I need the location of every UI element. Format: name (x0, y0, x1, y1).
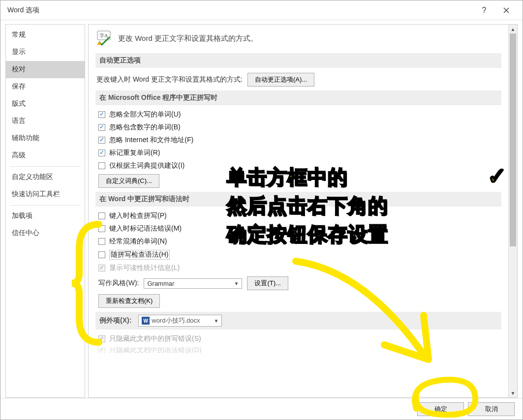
opt-hide-grammar-in-doc: 只隐藏此文档中的语法错误(D) (98, 347, 501, 353)
word-options-window: Word 选项 ? 常规 显示 校对 保存 版式 语言 辅助功能 高级 自定义功… (0, 0, 523, 420)
checkbox-icon[interactable] (98, 137, 105, 144)
autocorrect-desc: 更改键入时 Word 更正文字和设置其格式的方式: (96, 75, 243, 84)
checkbox-icon[interactable] (98, 225, 105, 232)
help-button[interactable]: ? (478, 6, 490, 15)
section-word-spelling-title: 在 Word 中更正拼写和语法时 (95, 192, 501, 207)
sidebar-item-customize-ribbon[interactable]: 自定义功能区 (6, 169, 85, 186)
sidebar-item-proofing[interactable]: 校对 (6, 61, 85, 78)
sidebar-item-general[interactable]: 常规 (6, 27, 85, 44)
checkbox-icon (98, 335, 105, 342)
sidebar-item-trust-center[interactable]: 信任中心 (6, 225, 85, 242)
autocorrect-row: 更改键入时 Word 更正文字和设置其格式的方式: 自动更正选项(A)... (96, 73, 500, 87)
content: 字A 更改 Word 更正文字和设置其格式的方式。 自动更正选项 更改键入时 W… (89, 25, 508, 397)
checkbox-label: 显示可读性统计信息(L) (109, 264, 180, 272)
svg-text:字A: 字A (99, 33, 108, 38)
checkbox-label: 只隐藏此文档中的拼写错误(S) (109, 334, 201, 343)
section-exceptions-title: 例外项(X): W word小技巧.docx ▼ (95, 312, 501, 330)
writing-style-label: 写作风格(W): (98, 279, 139, 288)
close-button[interactable] (495, 0, 518, 20)
window-title: Word 选项 (7, 6, 478, 15)
sidebar-item-display[interactable]: 显示 (6, 44, 85, 61)
exceptions-label: 例外项(X): (99, 316, 131, 325)
writing-style-combo[interactable]: Grammar ▼ (144, 278, 242, 289)
checkbox-icon (98, 265, 105, 271)
proofing-icon: 字A (95, 30, 113, 47)
close-icon (503, 7, 509, 13)
scroll-thumb[interactable] (510, 33, 516, 246)
office-spelling-options: 忽略全部大写的单词(U) 忽略包含数字的单词(B) 忽略 Internet 和文… (97, 110, 501, 188)
dialog-body: 常规 显示 校对 保存 版式 语言 辅助功能 高级 自定义功能区 快速访问工具栏… (0, 20, 523, 398)
combo-value: Grammar (147, 280, 174, 287)
scroll-down-icon[interactable]: ▼ (509, 389, 517, 397)
opt-hide-spelling-in-doc: 只隐藏此文档中的拼写错误(S) (98, 334, 501, 343)
autocorrect-options-button[interactable]: 自动更正选项(A)... (247, 73, 314, 87)
sidebar-item-accessibility[interactable]: 辅助功能 (6, 130, 85, 147)
checkbox-icon[interactable] (98, 124, 105, 131)
grammar-settings-button[interactable]: 设置(T)... (247, 276, 288, 290)
chevron-down-icon: ▼ (234, 281, 239, 286)
opt-confused-words[interactable]: 经常混淆的单词(N) (98, 237, 501, 246)
chevron-down-icon: ▼ (214, 318, 218, 324)
checkbox-icon[interactable] (98, 238, 105, 245)
checkbox-icon (98, 347, 105, 353)
page-header: 字A 更改 Word 更正文字和设置其格式的方式。 (95, 30, 501, 47)
content-wrap: 字A 更改 Word 更正文字和设置其格式的方式。 自动更正选项 更改键入时 W… (88, 24, 518, 398)
page-header-text: 更改 Word 更正文字和设置其格式的方式。 (118, 34, 258, 43)
sidebar-item-layout[interactable]: 版式 (6, 95, 85, 113)
scroll-track[interactable] (509, 33, 517, 389)
exceptions-options: 只隐藏此文档中的拼写错误(S) 只隐藏此文档中的语法错误(D) (97, 334, 501, 353)
section-autocorrect-title: 自动更正选项 (95, 53, 501, 68)
scroll-up-icon[interactable]: ▲ (509, 25, 517, 33)
opt-mark-grammar-typing[interactable]: 键入时标记语法错误(M) (98, 224, 501, 233)
checkbox-icon[interactable] (98, 251, 105, 258)
combo-value: word小技巧.docx (152, 316, 200, 325)
sidebar: 常规 显示 校对 保存 版式 语言 辅助功能 高级 自定义功能区 快速访问工具栏… (5, 24, 85, 398)
opt-check-spelling-typing[interactable]: 键入时检查拼写(P) (98, 211, 501, 220)
opt-ignore-numbers[interactable]: 忽略包含数字的单词(B) (98, 123, 501, 132)
titlebar: Word 选项 ? (0, 0, 523, 20)
opt-readability-stats: 显示可读性统计信息(L) (98, 264, 501, 272)
opt-flag-repeated[interactable]: 标记重复单词(R) (98, 149, 501, 157)
section-office-spelling-title: 在 Microsoft Office 程序中更正拼写时 (95, 90, 501, 105)
checkbox-label: 键入时检查拼写(P) (109, 211, 167, 220)
checkbox-icon[interactable] (98, 162, 105, 169)
sidebar-item-save[interactable]: 保存 (6, 78, 85, 95)
sidebar-item-quick-access[interactable]: 快速访问工具栏 (6, 186, 85, 203)
checkbox-label: 仅根据主词典提供建议(I) (109, 161, 185, 170)
sidebar-item-advanced[interactable]: 高级 (6, 147, 85, 164)
exceptions-doc-combo[interactable]: W word小技巧.docx ▼ (138, 315, 222, 327)
word-doc-icon: W (142, 317, 150, 325)
checkbox-label: 键入时标记语法错误(M) (109, 224, 182, 233)
opt-check-grammar-with-spelling[interactable]: 随拼写检查语法(H) (98, 250, 501, 260)
opt-main-dict-only[interactable]: 仅根据主词典提供建议(I) (98, 161, 501, 170)
sidebar-item-language[interactable]: 语言 (6, 113, 85, 130)
checkbox-label: 随拼写检查语法(H) (109, 250, 170, 260)
sidebar-separator (10, 205, 81, 206)
checkbox-icon[interactable] (98, 212, 105, 219)
checkbox-label: 忽略 Internet 和文件地址(F) (109, 136, 193, 145)
opt-ignore-uppercase[interactable]: 忽略全部大写的单词(U) (98, 110, 501, 119)
opt-ignore-internet[interactable]: 忽略 Internet 和文件地址(F) (98, 136, 501, 145)
checkbox-label: 只隐藏此文档中的语法错误(D) (109, 347, 201, 353)
sidebar-item-addins[interactable]: 加载项 (6, 208, 85, 225)
sidebar-separator (10, 166, 81, 167)
checkbox-icon[interactable] (98, 111, 105, 118)
checkbox-icon[interactable] (98, 150, 105, 156)
checkbox-label: 忽略包含数字的单词(B) (109, 123, 181, 132)
vertical-scrollbar[interactable]: ▲ ▼ (508, 25, 517, 397)
checkbox-label: 标记重复单词(R) (109, 149, 160, 157)
checkbox-label: 忽略全部大写的单词(U) (109, 110, 181, 119)
cancel-button[interactable]: 取消 (468, 402, 515, 416)
custom-dictionaries-button[interactable]: 自定义词典(C)... (98, 174, 159, 188)
recheck-document-button[interactable]: 重新检查文档(K) (98, 294, 160, 308)
word-spelling-options: 键入时检查拼写(P) 键入时标记语法错误(M) 经常混淆的单词(N) 随拼写检查… (97, 211, 501, 308)
dialog-footer: 确定 取消 (0, 398, 523, 420)
checkbox-label: 经常混淆的单词(N) (109, 237, 167, 246)
ok-button[interactable]: 确定 (417, 402, 464, 416)
